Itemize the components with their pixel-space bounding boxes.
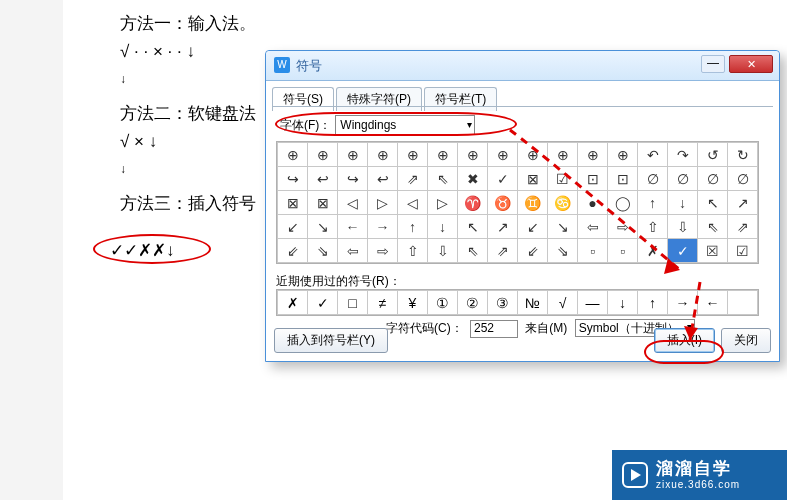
recent-symbol-cell[interactable]: √: [548, 291, 578, 315]
symbol-cell[interactable]: ◯: [608, 191, 638, 215]
symbol-cell[interactable]: ⊕: [368, 143, 398, 167]
symbol-cell[interactable]: ↶: [638, 143, 668, 167]
symbol-cell[interactable]: ↙: [518, 215, 548, 239]
symbol-cell[interactable]: ⇦: [578, 215, 608, 239]
symbol-cell[interactable]: ✖: [458, 167, 488, 191]
symbol-cell[interactable]: ⊕: [608, 143, 638, 167]
symbol-cell[interactable]: ✓: [488, 167, 518, 191]
symbol-cell[interactable]: ↓: [668, 191, 698, 215]
symbol-cell[interactable]: ⇧: [638, 215, 668, 239]
symbol-cell[interactable]: ↷: [668, 143, 698, 167]
symbol-cell[interactable]: ↘: [548, 215, 578, 239]
symbol-cell[interactable]: ⊕: [428, 143, 458, 167]
symbol-cell[interactable]: ◁: [398, 191, 428, 215]
symbol-cell[interactable]: ⇘: [548, 239, 578, 263]
symbol-cell[interactable]: ⇩: [428, 239, 458, 263]
symbol-cell[interactable]: ↙: [278, 215, 308, 239]
symbol-cell[interactable]: ↪: [278, 167, 308, 191]
recent-symbol-cell[interactable]: ¥: [398, 291, 428, 315]
tab-special[interactable]: 特殊字符(P): [336, 87, 422, 111]
recent-symbol-cell[interactable]: [728, 291, 758, 315]
recent-symbol-cell[interactable]: ②: [458, 291, 488, 315]
symbol-cell[interactable]: ⇨: [608, 215, 638, 239]
symbol-cell[interactable]: ↪: [338, 167, 368, 191]
symbol-cell[interactable]: ⊕: [578, 143, 608, 167]
symbol-cell[interactable]: ⊡: [608, 167, 638, 191]
symbol-cell[interactable]: ⇖: [458, 239, 488, 263]
symbol-cell[interactable]: ⇗: [398, 167, 428, 191]
symbol-cell[interactable]: ⊕: [518, 143, 548, 167]
symbol-cell[interactable]: ↩: [368, 167, 398, 191]
symbol-cell[interactable]: →: [368, 215, 398, 239]
recent-symbol-cell[interactable]: ③: [488, 291, 518, 315]
symbol-cell[interactable]: ♈: [458, 191, 488, 215]
symbol-cell[interactable]: ∅: [638, 167, 668, 191]
symbol-cell[interactable]: ⊠: [518, 167, 548, 191]
recent-symbol-cell[interactable]: ←: [698, 291, 728, 315]
symbol-cell[interactable]: ▫: [608, 239, 638, 263]
symbol-cell[interactable]: ☑: [548, 167, 578, 191]
symbol-cell[interactable]: ⊕: [398, 143, 428, 167]
recent-symbol-cell[interactable]: □: [338, 291, 368, 315]
minimize-button[interactable]: —: [701, 55, 725, 73]
symbol-cell[interactable]: ∅: [668, 167, 698, 191]
symbol-cell[interactable]: ⊕: [278, 143, 308, 167]
symbol-cell[interactable]: ⇖: [428, 167, 458, 191]
recent-symbol-cell[interactable]: ↑: [638, 291, 668, 315]
symbol-cell[interactable]: ⊕: [548, 143, 578, 167]
symbol-cell[interactable]: ⇗: [728, 215, 758, 239]
tab-symbols[interactable]: 符号(S): [272, 87, 334, 111]
symbol-cell[interactable]: ⊠: [308, 191, 338, 215]
symbol-cell[interactable]: ◁: [338, 191, 368, 215]
recent-symbol-cell[interactable]: →: [668, 291, 698, 315]
symbol-cell[interactable]: ⊕: [308, 143, 338, 167]
symbol-cell[interactable]: ☑: [728, 239, 758, 263]
symbol-cell[interactable]: ⇙: [518, 239, 548, 263]
symbol-cell[interactable]: ∅: [698, 167, 728, 191]
symbol-cell[interactable]: ⊠: [278, 191, 308, 215]
symbol-cell[interactable]: ⇘: [308, 239, 338, 263]
symbol-cell[interactable]: ↑: [398, 215, 428, 239]
symbol-cell[interactable]: ♊: [518, 191, 548, 215]
symbol-cell[interactable]: ▫: [578, 239, 608, 263]
symbol-cell[interactable]: ↖: [698, 191, 728, 215]
symbol-cell[interactable]: ↑: [638, 191, 668, 215]
dialog-titlebar[interactable]: W 符号 — ✕: [266, 51, 779, 81]
recent-symbol-cell[interactable]: ↓: [608, 291, 638, 315]
symbol-cell[interactable]: ↖: [458, 215, 488, 239]
symbol-cell[interactable]: ☒: [698, 239, 728, 263]
symbol-cell[interactable]: ✓: [668, 239, 698, 263]
symbol-cell[interactable]: ↓: [428, 215, 458, 239]
symbol-cell[interactable]: ⇙: [278, 239, 308, 263]
insert-to-toolbar-button[interactable]: 插入到符号栏(Y): [274, 328, 388, 353]
symbol-cell[interactable]: ←: [338, 215, 368, 239]
recent-symbol-cell[interactable]: —: [578, 291, 608, 315]
symbol-cell[interactable]: ↻: [728, 143, 758, 167]
symbol-cell[interactable]: ↺: [698, 143, 728, 167]
recent-symbol-cell[interactable]: №: [518, 291, 548, 315]
recent-symbol-cell[interactable]: ①: [428, 291, 458, 315]
symbol-cell[interactable]: ⇧: [398, 239, 428, 263]
symbol-cell[interactable]: ▷: [428, 191, 458, 215]
symbol-cell[interactable]: ↗: [488, 215, 518, 239]
symbol-cell[interactable]: ∅: [728, 167, 758, 191]
symbol-cell[interactable]: ♋: [548, 191, 578, 215]
symbol-cell[interactable]: ⊕: [458, 143, 488, 167]
symbol-cell[interactable]: ↘: [308, 215, 338, 239]
symbol-cell[interactable]: ↗: [728, 191, 758, 215]
symbol-cell[interactable]: ⊡: [578, 167, 608, 191]
symbol-cell[interactable]: ●: [578, 191, 608, 215]
symbol-cell[interactable]: ⊕: [338, 143, 368, 167]
symbol-cell[interactable]: ⇖: [698, 215, 728, 239]
recent-symbol-cell[interactable]: ✗: [278, 291, 308, 315]
symbol-cell[interactable]: ♉: [488, 191, 518, 215]
tab-symbolbar[interactable]: 符号栏(T): [424, 87, 497, 111]
symbol-cell[interactable]: ⇩: [668, 215, 698, 239]
symbol-cell[interactable]: ⊕: [488, 143, 518, 167]
symbol-cell[interactable]: ▷: [368, 191, 398, 215]
symbol-cell[interactable]: ✗: [638, 239, 668, 263]
recent-symbol-cell[interactable]: ≠: [368, 291, 398, 315]
symbol-cell[interactable]: ⇦: [338, 239, 368, 263]
symbol-cell[interactable]: ⇨: [368, 239, 398, 263]
recent-symbol-cell[interactable]: ✓: [308, 291, 338, 315]
